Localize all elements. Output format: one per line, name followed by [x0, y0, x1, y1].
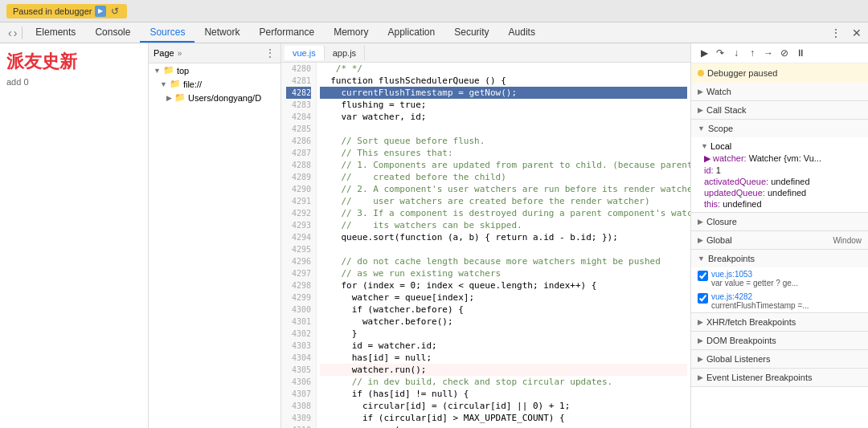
code-line[interactable]: /* */	[320, 63, 687, 75]
line-number: 4284	[286, 111, 311, 123]
line-number: 4281	[286, 75, 311, 87]
line-number: 4307	[286, 388, 311, 400]
line-number: 4304	[286, 352, 311, 364]
step-into-button[interactable]: ↓	[730, 47, 743, 59]
code-line[interactable]: }	[320, 328, 687, 340]
play-button[interactable]	[95, 6, 106, 17]
code-line[interactable]: // as we run existing watchers	[320, 267, 687, 279]
code-line[interactable]: // 1. Components are updated from parent…	[320, 159, 687, 171]
scope-label: Scope	[708, 124, 733, 133]
deactivate-button[interactable]: ⊘	[778, 47, 791, 59]
tab-memory[interactable]: Memory	[324, 23, 378, 43]
resume-button[interactable]: ▶	[698, 47, 710, 59]
global-listeners-header[interactable]: ▶ Global Listeners	[691, 350, 868, 368]
tree-item-users[interactable]: ▶ 📁 Users/dongyang/D	[149, 91, 280, 104]
top-bar: Paused in debugger ↺	[0, 0, 868, 22]
file-tree-header: Page » ⋮	[149, 43, 280, 63]
triangle-icon: ▼	[154, 67, 161, 75]
line-number: 4300	[286, 304, 311, 316]
watch-header[interactable]: ▶ Watch	[691, 83, 868, 100]
closure-header[interactable]: ▶ Closure	[691, 213, 868, 230]
call-stack-header[interactable]: ▶ Call Stack	[691, 101, 868, 119]
code-line[interactable]: // This ensures that:	[320, 147, 687, 159]
tab-performance[interactable]: Performance	[249, 23, 324, 43]
code-line[interactable]: watcher.before();	[320, 316, 687, 328]
breakpoint-1-checkbox[interactable]	[698, 271, 708, 281]
tab-elements[interactable]: Elements	[26, 23, 85, 43]
code-line[interactable]: queue.sort(function (a, b) { return a.id…	[320, 231, 687, 243]
tree-item-label: Users/dongyang/D	[188, 93, 261, 103]
code-line[interactable]: // in dev build, check and stop circular…	[320, 376, 687, 388]
tab-audits[interactable]: Audits	[499, 23, 545, 43]
breakpoints-header[interactable]: ▼ Breakpoints	[691, 250, 868, 267]
line-number: 4297	[286, 267, 311, 279]
code-line[interactable]: // 3. If a component is destroyed during…	[320, 207, 687, 219]
code-line[interactable]: flushing = true;	[320, 99, 687, 111]
code-tab-app[interactable]: app.js	[325, 46, 365, 60]
code-line[interactable]: // Sort queue before flush.	[320, 135, 687, 147]
code-line[interactable]: currentFlushTimestamp = getNow();	[320, 87, 687, 99]
dom-breakpoints-header[interactable]: ▶ DOM Breakpoints	[691, 332, 868, 349]
breakpoint-2-checkbox[interactable]	[698, 293, 708, 304]
code-line[interactable]: // do not cache length because more watc…	[320, 255, 687, 267]
global-value: Window	[833, 236, 862, 245]
step-out-button[interactable]: ↑	[746, 47, 759, 59]
code-line[interactable]: circular[id] = (circular[id] || 0) + 1;	[320, 400, 687, 412]
event-listener-breakpoints-header[interactable]: ▶ Event Listener Breakpoints	[691, 369, 868, 386]
tab-network[interactable]: Network	[194, 23, 249, 43]
debugger-toolbar: ▶ ↷ ↓ ↑ → ⊘ ⏸	[691, 43, 868, 63]
pause-exceptions-button[interactable]: ⏸	[794, 47, 807, 59]
line-number: 4288	[286, 159, 311, 171]
code-line[interactable]: var watcher, id;	[320, 111, 687, 123]
code-line[interactable]: for (index = 0; index < queue.length; in…	[320, 279, 687, 291]
close-icon[interactable]: ✕	[849, 25, 865, 41]
code-line[interactable]: has[id] = null;	[320, 352, 687, 364]
global-header[interactable]: ▶ Global Window	[691, 231, 868, 249]
tab-application[interactable]: Application	[379, 23, 445, 43]
scope-arrow: ▼	[698, 124, 705, 132]
code-line[interactable]: function flushSchedulerQueue () {	[320, 75, 687, 87]
code-line[interactable]	[320, 243, 687, 255]
code-tab-vue[interactable]: vue.js	[285, 46, 325, 60]
code-line[interactable]: // its watchers can be skipped.	[320, 219, 687, 231]
step-over-button[interactable]: ↷	[714, 47, 727, 59]
dom-breakpoints-section: ▶ DOM Breakpoints	[691, 332, 868, 350]
code-line[interactable]: // created before the child)	[320, 171, 687, 183]
tree-item-top[interactable]: ▼ 📁 top	[149, 63, 280, 77]
tab-security[interactable]: Security	[444, 23, 498, 43]
code-lines: /* */ function flushSchedulerQueue () { …	[317, 63, 690, 428]
code-line[interactable]	[320, 123, 687, 135]
local-header[interactable]: ▼ Local	[698, 140, 862, 153]
tree-item-label: top	[177, 66, 189, 75]
code-line[interactable]: warn(	[320, 424, 687, 428]
line-numbers: 4280428142824283428442854286428742884289…	[281, 63, 317, 428]
settings-icon[interactable]: ⋮	[828, 25, 844, 41]
file-tree-menu-icon[interactable]: ⋮	[264, 47, 276, 59]
breakpoints-section: ▼ Breakpoints vue.js:1053 var value = ge…	[691, 250, 868, 313]
brand-panel: 派友史新 add 0	[0, 43, 149, 428]
code-line[interactable]: // 2. A component's user watchers are ru…	[320, 183, 687, 195]
tab-sources[interactable]: Sources	[140, 23, 194, 43]
nav-arrow-right[interactable]: ›	[14, 26, 18, 39]
xhr-breakpoints-header[interactable]: ▶ XHR/fetch Breakpoints	[691, 313, 868, 331]
dom-label: DOM Breakpoints	[706, 336, 776, 345]
code-line[interactable]: if (has[id] != null) {	[320, 388, 687, 400]
tab-console[interactable]: Console	[85, 23, 140, 43]
code-line[interactable]: // user watchers are created before the …	[320, 195, 687, 207]
scope-header[interactable]: ▼ Scope	[691, 120, 868, 137]
code-line[interactable]: if (watcher.before) {	[320, 304, 687, 316]
page-expand-icon[interactable]: »	[178, 49, 182, 58]
code-line[interactable]: if (circular[id] > MAX_UPDATE_COUNT) {	[320, 412, 687, 424]
refresh-button[interactable]: ↺	[109, 6, 121, 17]
step-button[interactable]: →	[762, 47, 775, 59]
code-content[interactable]: 4280428142824283428442854286428742884289…	[281, 63, 690, 428]
tree-item-file[interactable]: ▼ 📁 file://	[149, 77, 280, 91]
breakpoints-arrow: ▼	[698, 255, 705, 263]
code-line[interactable]: watcher = queue[index];	[320, 291, 687, 304]
debugger-status-badge: Paused in debugger ↺	[6, 4, 127, 18]
nav-arrow-left[interactable]: ‹	[8, 26, 12, 39]
code-line[interactable]: id = watcher.id;	[320, 340, 687, 352]
global-listeners-section: ▶ Global Listeners	[691, 350, 868, 369]
folder-icon: 📁	[174, 92, 186, 103]
code-line[interactable]: watcher.run();	[320, 364, 687, 376]
